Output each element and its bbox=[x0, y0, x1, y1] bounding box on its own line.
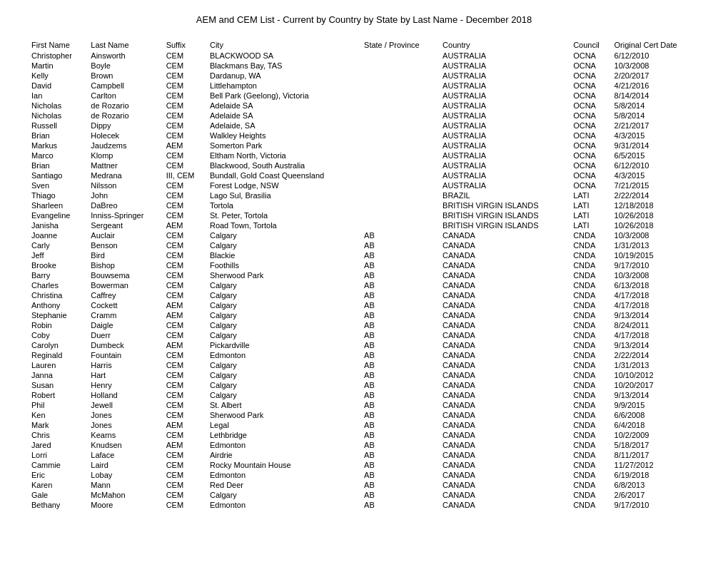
table-cell: CEM bbox=[163, 210, 207, 220]
table-cell: Evangeline bbox=[29, 210, 88, 220]
column-header: State / Province bbox=[361, 39, 440, 51]
table-cell: CNDA bbox=[570, 300, 611, 310]
table-cell: 5/8/2014 bbox=[612, 101, 699, 111]
table-cell: AB bbox=[361, 340, 440, 350]
table-cell: AB bbox=[361, 260, 440, 270]
table-cell: Calgary bbox=[207, 240, 361, 250]
table-cell: OCNA bbox=[570, 121, 611, 131]
table-cell: Sherwood Park bbox=[207, 410, 361, 420]
table-cell: Brian bbox=[29, 160, 88, 170]
table-cell: CEM bbox=[163, 121, 207, 131]
table-cell: CANADA bbox=[440, 380, 570, 390]
table-cell: CANADA bbox=[440, 260, 570, 270]
table-cell: Sven bbox=[29, 180, 88, 190]
table-cell: CNDA bbox=[570, 470, 611, 480]
table-cell bbox=[361, 121, 440, 131]
table-cell: Calgary bbox=[207, 380, 361, 390]
table-cell: CEM bbox=[163, 160, 207, 170]
table-cell: Holland bbox=[88, 390, 163, 400]
table-cell: Russell bbox=[29, 121, 88, 131]
table-cell: AB bbox=[361, 290, 440, 300]
table-cell: CNDA bbox=[570, 270, 611, 280]
table-cell: CEM bbox=[163, 320, 207, 330]
table-cell: Road Town, Tortola bbox=[207, 220, 361, 230]
table-cell: 10/10/2012 bbox=[612, 370, 699, 380]
table-cell: Cramm bbox=[88, 310, 163, 320]
table-cell: CNDA bbox=[570, 360, 611, 370]
table-cell: OCNA bbox=[570, 150, 611, 160]
table-cell: CANADA bbox=[440, 460, 570, 470]
table-cell: Calgary bbox=[207, 290, 361, 300]
table-cell: 2/22/2014 bbox=[612, 190, 699, 200]
table-cell bbox=[361, 180, 440, 190]
table-row: LorriLafaceCEMAirdrieABCANADACNDA8/11/20… bbox=[29, 450, 699, 460]
table-cell: CANADA bbox=[440, 310, 570, 320]
table-cell: AB bbox=[361, 270, 440, 280]
table-cell: Joanne bbox=[29, 230, 88, 240]
table-cell: Lago Sul, Brasilia bbox=[207, 190, 361, 200]
table-cell: CANADA bbox=[440, 500, 570, 510]
table-cell: Dardanup, WA bbox=[207, 71, 361, 81]
table-cell bbox=[361, 111, 440, 121]
table-row: GaleMcMahonCEMCalgaryABCANADACNDA2/6/201… bbox=[29, 490, 699, 500]
table-cell: BRITISH VIRGIN ISLANDS bbox=[440, 210, 570, 220]
table-cell: AB bbox=[361, 480, 440, 490]
table-cell: AB bbox=[361, 390, 440, 400]
table-cell: 1/31/2013 bbox=[612, 240, 699, 250]
table-cell bbox=[361, 51, 440, 61]
table-cell: CNDA bbox=[570, 460, 611, 470]
table-cell: Sharleen bbox=[29, 200, 88, 210]
table-cell: CNDA bbox=[570, 340, 611, 350]
table-cell bbox=[361, 150, 440, 160]
table-cell: Phil bbox=[29, 400, 88, 410]
table-cell: Lauren bbox=[29, 360, 88, 370]
table-cell: Nicholas bbox=[29, 101, 88, 111]
table-cell bbox=[361, 131, 440, 140]
table-cell: Edmonton bbox=[207, 500, 361, 510]
table-cell: CEM bbox=[163, 240, 207, 250]
table-cell: CEM bbox=[163, 260, 207, 270]
table-cell: CNDA bbox=[570, 240, 611, 250]
table-cell: Littlehampton bbox=[207, 81, 361, 91]
table-cell: 9/9/2015 bbox=[612, 400, 699, 410]
table-row: CharlesBowermanCEMCalgaryABCANADACNDA6/1… bbox=[29, 280, 699, 290]
table-cell: de Rozario bbox=[88, 111, 163, 121]
column-header: Suffix bbox=[163, 39, 207, 51]
table-cell: Christopher bbox=[29, 51, 88, 61]
table-cell: CEM bbox=[163, 101, 207, 111]
table-cell bbox=[361, 61, 440, 71]
table-cell: AB bbox=[361, 330, 440, 340]
table-row: RussellDippyCEMAdelaide, SAAUSTRALIAOCNA… bbox=[29, 121, 699, 131]
table-cell: Bird bbox=[88, 250, 163, 260]
table-cell: AEM bbox=[163, 300, 207, 310]
table-cell: CNDA bbox=[570, 440, 611, 450]
table-cell: Carlton bbox=[88, 91, 163, 101]
table-cell: Boyle bbox=[88, 61, 163, 71]
table-cell: Lobay bbox=[88, 470, 163, 480]
table-cell: 4/17/2018 bbox=[612, 300, 699, 310]
table-row: RobinDaigleCEMCalgaryABCANADACNDA8/24/20… bbox=[29, 320, 699, 330]
table-cell: CANADA bbox=[440, 270, 570, 280]
table-cell: Blackie bbox=[207, 250, 361, 260]
table-cell: CEM bbox=[163, 290, 207, 300]
table-cell: OCNA bbox=[570, 180, 611, 190]
table-row: ReginaldFountainCEMEdmontonABCANADACNDA2… bbox=[29, 350, 699, 360]
table-cell: AEM bbox=[163, 220, 207, 230]
table-row: SantiagoMedranaIII, CEMBundall, Gold Coa… bbox=[29, 170, 699, 180]
table-row: ChrisKearnsCEMLethbridgeABCANADACNDA10/2… bbox=[29, 430, 699, 440]
table-row: CarlyBensonCEMCalgaryABCANADACNDA1/31/20… bbox=[29, 240, 699, 250]
table-row: CammieLairdCEMRocky Mountain HouseABCANA… bbox=[29, 460, 699, 470]
table-cell: BRITISH VIRGIN ISLANDS bbox=[440, 220, 570, 230]
table-cell: AB bbox=[361, 380, 440, 390]
table-cell: CEM bbox=[163, 380, 207, 390]
table-cell: 10/19/2015 bbox=[612, 250, 699, 260]
table-cell: AB bbox=[361, 280, 440, 290]
table-row: KellyBrownCEMDardanup, WAAUSTRALIAOCNA2/… bbox=[29, 71, 699, 81]
table-cell bbox=[361, 101, 440, 111]
table-row: JoanneAuclairCEMCalgaryABCANADACNDA10/3/… bbox=[29, 230, 699, 240]
table-cell: CANADA bbox=[440, 370, 570, 380]
table-cell: OCNA bbox=[570, 51, 611, 61]
table-row: SvenNilssonCEMForest Lodge, NSWAUSTRALIA… bbox=[29, 180, 699, 190]
table-cell: Eric bbox=[29, 470, 88, 480]
table-cell: CNDA bbox=[570, 480, 611, 490]
